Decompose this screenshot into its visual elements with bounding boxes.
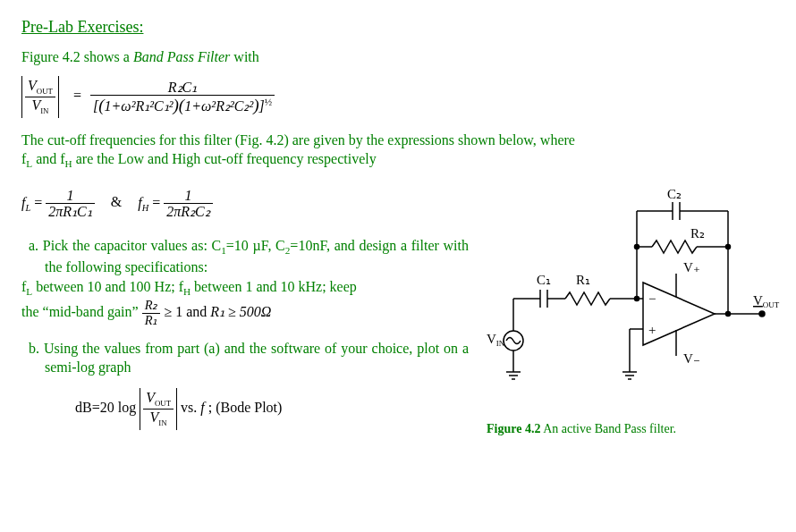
cutoff-line1: The cut-off frequencies for this filter …	[21, 132, 575, 148]
fL-num: 1	[46, 188, 94, 205]
section-title: Pre-Lab Exercises:	[21, 18, 775, 37]
opamp-plus: +	[648, 323, 656, 337]
task-a-pre: a. Pick the capacitor values as: C	[29, 238, 221, 253]
gain-num: R₂	[142, 299, 161, 314]
fH-num: 1	[164, 188, 212, 205]
intro-italic: Band Pass Filter	[133, 49, 230, 64]
figure-caption: Figure 4.2 An active Band Pass filter.	[487, 422, 782, 436]
task-a: a. Pick the capacitor values as: C1=10 µ…	[21, 236, 469, 328]
ta-l3-mid: ≥ 1 and	[164, 304, 210, 319]
ta-l3-pre: the “mid-band gain”	[21, 304, 142, 319]
ta-l2-post: between 1 and 10 kHz; keep	[191, 279, 357, 294]
label-C1: C₁	[537, 273, 551, 287]
bode-expression: dB=20 log VOUT VIN vs. f ; (Bode Plot)	[75, 388, 469, 430]
task-b: b. Using the values from part (a) and th…	[21, 339, 469, 377]
bode-vs: vs.	[181, 400, 200, 415]
cutoff-description: The cut-off frequencies for this filter …	[21, 131, 775, 172]
svg-point-34	[726, 311, 731, 316]
ta-l2-H: H	[183, 286, 191, 297]
amp: &	[111, 194, 122, 209]
vout-sym: V	[28, 78, 37, 93]
intro-prefix: Figure 4.2 shows a	[21, 49, 133, 64]
bode-den: V	[150, 410, 159, 425]
gain-den: R₁	[142, 314, 161, 328]
cutoff-mid: and f	[32, 151, 64, 166]
tf-exp: ½	[265, 97, 272, 107]
label-Vplus: V₊	[683, 260, 700, 274]
fH-den: 2πR₂C₂	[164, 204, 212, 220]
cutoff-fH-sub: H	[65, 159, 72, 170]
svg-point-33	[726, 244, 731, 249]
fL-sub: L	[25, 203, 30, 213]
ta-l2-mid: between 10 and 100 Hz; f	[32, 279, 183, 294]
bode-den-sub: IN	[158, 418, 166, 427]
vin-sym: V	[31, 97, 40, 113]
bode-post: ; (Bode Plot)	[205, 400, 283, 415]
transfer-function-equation: VOUT VIN = R₂C₁ [(1+ω²R₁²C₁²)(1+ω²R₂²C₂²…	[21, 76, 775, 118]
label-Vminus: V₋	[683, 351, 700, 366]
tf-den-a: 1+ω²R₁²C₁²	[105, 98, 174, 114]
freq-formulae: fL = 1 2πR₁C₁ & fH = 1 2πR₂C₂	[21, 188, 469, 220]
fL-den: 2πR₁C₁	[46, 204, 94, 220]
bode-num-sub: OUT	[155, 399, 171, 408]
tf-den-b: 1+ω²R₂²C₂²	[184, 98, 253, 114]
intro-suffix: with	[230, 49, 258, 64]
caption-bold: Figure 4.2	[487, 422, 540, 435]
svg-point-32	[635, 244, 639, 249]
vin-sub: IN	[40, 106, 48, 115]
caption-rest: An active Band Pass filter.	[540, 422, 676, 435]
label-R2: R₂	[690, 226, 705, 241]
ta-l3-r1: R₁ ≥ 500Ω	[210, 304, 271, 319]
label-Vout: VOUT	[753, 293, 780, 309]
svg-point-31	[635, 296, 639, 300]
intro-line: Figure 4.2 shows a Band Pass Filter with	[21, 49, 775, 65]
label-C2: C₂	[667, 187, 682, 201]
circuit-diagram: C₁ R₁ C₂ R₂ V₊ V₋ − + VIN VOUT	[487, 184, 782, 417]
c1-val: =10 µF, C	[226, 238, 285, 253]
cutoff-post: are the Low and High cut-off frequency r…	[72, 151, 377, 166]
bode-pre: dB=20 log	[75, 400, 136, 415]
opamp-minus: −	[648, 291, 656, 306]
bode-num: V	[146, 390, 155, 405]
task-b-text: b. Using the values from part (a) and th…	[29, 341, 469, 376]
svg-point-30	[759, 311, 765, 317]
fH-sub: H	[142, 203, 149, 213]
tf-num: R₂C₁	[90, 80, 275, 97]
label-Vin: VIN	[487, 332, 505, 348]
label-R1: R₁	[576, 273, 590, 287]
vout-sub: OUT	[37, 87, 53, 96]
